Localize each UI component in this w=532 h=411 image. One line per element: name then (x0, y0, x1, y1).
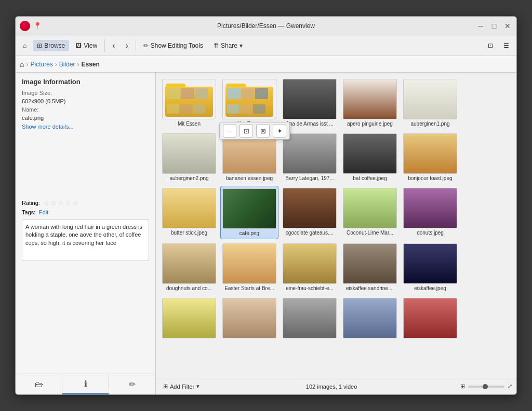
star-4[interactable]: ☆ (65, 199, 72, 207)
minimize-btn[interactable]: ─ (476, 21, 485, 31)
breadcrumb-home-icon[interactable]: ⌂ (20, 60, 24, 68)
thumb-image-19 (403, 243, 457, 284)
maximize-btn[interactable]: □ (489, 21, 499, 31)
thumb-label-16: Easter Starts at Bre... (224, 285, 274, 292)
tags-edit-link[interactable]: Edit (38, 209, 48, 215)
view-icon: 🖼 (75, 42, 82, 49)
sidebar-tab-folder[interactable]: 🗁 (16, 374, 62, 394)
thumb-image-4 (403, 79, 457, 119)
add-filter-btn[interactable]: ⊞ Add Filter ▾ (160, 382, 203, 391)
gallery-item-9[interactable]: bonjoour toast.jpeg (401, 131, 459, 184)
image-size-value-field: 602x900 (0.5MP) (22, 98, 149, 104)
thumb-image-17 (283, 243, 337, 284)
zoom-fill-btn[interactable]: ⊠ (256, 124, 270, 138)
editing-tools-btn[interactable]: ✏ Show Editing Tools (139, 40, 207, 51)
hamburger-icon: ☰ (503, 42, 509, 49)
gallery-item-18[interactable]: eiskaffee sandrine.... (341, 241, 399, 294)
statusbar-left: ⊞ Add Filter ▾ (160, 382, 203, 391)
star-3[interactable]: ☆ (58, 199, 64, 207)
gallery-item-2[interactable]: Ana de Armas isst ... (281, 77, 339, 129)
statusbar-count: 102 images, 1 video (207, 383, 456, 390)
fullscreen-btn[interactable]: ⊡ (484, 40, 497, 51)
zoom-slider[interactable] (468, 386, 504, 388)
gallery-item-10[interactable]: butter stick.jpeg (160, 186, 218, 239)
gallery-item-19[interactable]: eiskaffee.jpeg (401, 241, 459, 294)
gallery-item-24[interactable] (401, 296, 459, 342)
back-icon: ‹ (112, 41, 115, 50)
more-details-link[interactable]: Show more details... (22, 123, 149, 130)
sep-pictures: › (55, 61, 57, 68)
grid-view-icon[interactable]: ⊞ (460, 383, 465, 390)
gallery-item-12[interactable]: cgocolate gateaus.... (281, 186, 339, 239)
share-chevron-icon: ▾ (240, 42, 243, 49)
menu-btn[interactable]: ☰ (499, 40, 513, 51)
thumb-image-0 (162, 79, 216, 119)
name-value-field: café.png (22, 115, 149, 121)
tags-label: Tags: (22, 209, 35, 215)
home-btn[interactable]: ⌂ (19, 40, 31, 51)
gallery-item-7[interactable]: Barry Lategan, 197... (281, 131, 339, 184)
thumb-image-3 (343, 79, 397, 119)
gallery-item-1[interactable]: Nur Essen (220, 77, 278, 129)
sidebar-tab-info[interactable]: ℹ (62, 374, 109, 394)
thumb-label-12: cgocolate gateaus.... (286, 230, 334, 236)
thumb-label-14: donuts.jpeg (417, 230, 444, 236)
name-value: café.png (22, 115, 44, 121)
home-icon: ⌂ (23, 42, 26, 49)
thumb-image-1 (222, 79, 276, 119)
sidebar-content: Image Information Image Size: 602x900 (0… (16, 73, 155, 374)
gallery-item-21[interactable] (220, 296, 278, 342)
breadcrumb-pictures[interactable]: Pictures (30, 61, 52, 68)
sidebar-tab-edit[interactable]: ✏ (109, 374, 155, 394)
gallery-item-5[interactable]: auberginen2.png (160, 131, 218, 184)
browse-icon: ⊞ (37, 42, 42, 49)
thumb-label-2: Ana de Armas isst ... (286, 121, 334, 127)
sep-home: › (26, 61, 28, 68)
gallery-item-4[interactable]: auberginen1.png (401, 77, 459, 129)
close-btn[interactable]: ✕ (503, 21, 512, 31)
gallery-item-15[interactable]: doughnuts and co... (160, 241, 218, 294)
view-btn[interactable]: 🖼 View (71, 40, 101, 51)
forward-btn[interactable]: › (121, 39, 132, 52)
breadcrumb-essen: Essen (82, 61, 100, 68)
fullscreen-icon[interactable]: ⤢ (508, 383, 512, 390)
thumb-label-0: Mit Essen (178, 121, 201, 127)
star-5[interactable]: ☆ (72, 199, 79, 207)
breadcrumb-bilder[interactable]: Bilder (59, 61, 75, 68)
gallery-item-13[interactable]: Coconut-Lime Mar... (341, 186, 399, 239)
star-2[interactable]: ☆ (50, 199, 57, 207)
gallery-item-22[interactable] (281, 296, 339, 342)
share-icon: ⇈ (214, 42, 219, 49)
thumb-label-10: butter stick.jpeg (171, 230, 207, 236)
thumb-image-8 (343, 133, 397, 174)
thumb-label-18: eiskaffee sandrine.... (346, 285, 394, 292)
image-size-value: 602x900 (0.5MP) (22, 98, 65, 104)
fit-btn[interactable]: ⊡ (240, 124, 253, 138)
thumb-label-3: apero pinguine.jpeg (347, 121, 393, 127)
zoom-out-btn[interactable]: − (223, 124, 236, 138)
gallery-item-20[interactable] (160, 296, 218, 342)
tags-row: Tags: Edit (22, 209, 149, 215)
star-rating[interactable]: ☆ ☆ ☆ ☆ ☆ (43, 199, 79, 207)
gallery-item-14[interactable]: donuts.jpeg (401, 186, 459, 239)
thumb-label-7: Barry Lategan, 197... (285, 175, 334, 182)
thumb-image-5 (162, 133, 216, 174)
gallery-item-8[interactable]: bat coffee.jpeg (341, 131, 399, 184)
sep1 (104, 39, 105, 52)
content-area: − ⊡ ⊠ ✦ Mit Essen (156, 73, 516, 394)
zoom-in-btn[interactable]: ✦ (273, 124, 286, 138)
gallery-item-0[interactable]: Mit Essen (160, 77, 218, 129)
gallery-item-17[interactable]: eine-frau-schiebt-e... (281, 241, 339, 294)
gallery-item-3[interactable]: apero pinguine.jpeg (341, 77, 399, 129)
thumb-image-22 (283, 298, 337, 338)
sidebar-tab-bar: 🗁 ℹ ✏ (16, 374, 155, 394)
breadcrumb: ⌂ › Pictures › Bilder › Essen (16, 56, 516, 73)
share-btn[interactable]: ⇈ Share ▾ (209, 40, 247, 51)
gallery-item-11[interactable]: café.png (220, 186, 278, 239)
sidebar-title: Image Information (22, 78, 149, 86)
star-1[interactable]: ☆ (43, 199, 50, 207)
gallery-item-23[interactable] (341, 296, 399, 342)
gallery-item-16[interactable]: Easter Starts at Bre... (220, 241, 278, 294)
back-btn[interactable]: ‹ (108, 39, 119, 52)
browse-btn[interactable]: ⊞ Browse (33, 40, 69, 51)
